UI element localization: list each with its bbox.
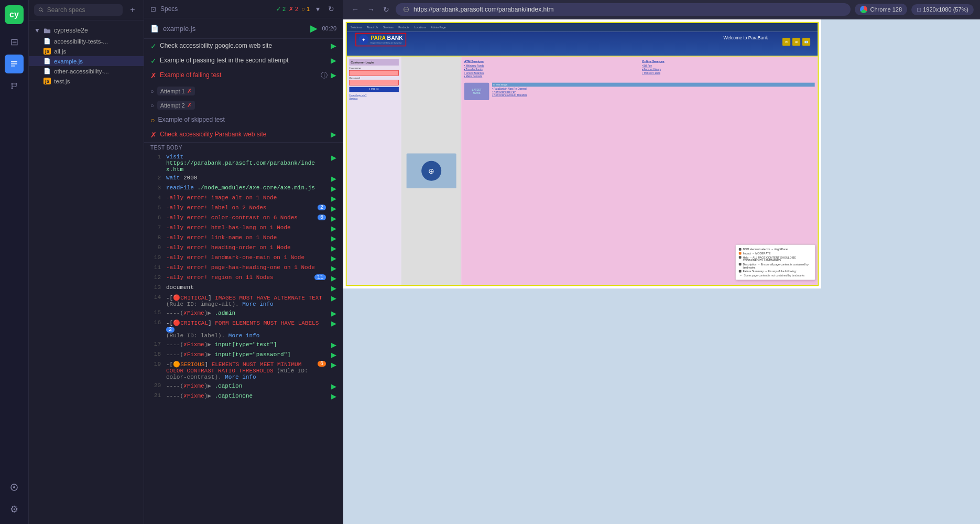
file-accessibility-tests[interactable]: 📄 accessibility-tests-... — [29, 36, 144, 46]
code-line-3[interactable]: 3 readFile ./node_modules/axe-core/axe.m… — [144, 184, 343, 194]
code-line-1[interactable]: 1 visit https://parabank.parasoft.com/pa… — [144, 153, 343, 174]
more-info-link-14[interactable]: More info — [242, 301, 273, 307]
line-run-button[interactable]: ▶ — [331, 319, 336, 327]
line-run-button[interactable]: ▶ — [331, 234, 336, 242]
attempt-section: ○ Attempt 1 ✗ ○ Attempt 2 ✗ — [144, 83, 343, 113]
code-line-11[interactable]: 11 -ally error! page-has-heading-one on … — [144, 263, 343, 273]
svg-point-7 — [13, 486, 15, 488]
sidebar-item-home[interactable]: ⊟ — [5, 33, 24, 51]
attempt2-close[interactable]: ✗ — [187, 102, 192, 109]
sidebar-item-integrations[interactable] — [5, 478, 24, 497]
line-run-button[interactable]: ▶ — [331, 351, 336, 359]
run-all-button[interactable]: ▶ — [310, 23, 318, 34]
line-run-button[interactable]: ▶ — [331, 309, 336, 317]
more-info-link-19[interactable]: More info — [225, 374, 256, 380]
code-line-4[interactable]: 4 -ally error! image-alt on 1 Node ▶ — [144, 194, 343, 204]
sidebar-item-branch[interactable] — [5, 77, 24, 95]
test-counts: ✓ 2 ✗ 2 ○ 1 — [276, 6, 310, 13]
line-run-button[interactable]: ▶ — [331, 274, 336, 282]
file-tree-body: ▼ cypress\e2e 📄 accessibility-tests-... … — [29, 20, 144, 524]
code-line-15[interactable]: 15 ----(✗Fixme)▶ .admin ▶ — [144, 308, 343, 318]
attempt1-close[interactable]: ✗ — [187, 88, 192, 94]
skip-count: ○ 1 — [301, 6, 310, 12]
code-line-13[interactable]: 13 document ▶ — [144, 283, 343, 293]
search-input[interactable] — [47, 6, 118, 14]
test-status-icon: ✗ — [150, 71, 157, 80]
code-line-9[interactable]: 9 -ally error! heading-order on 1 Node ▶ — [144, 243, 343, 253]
line-run-button[interactable]: ▶ — [331, 195, 336, 202]
line-run-button[interactable]: ▶ — [331, 244, 336, 252]
svg-rect-1 — [11, 63, 17, 65]
code-line-8[interactable]: 8 -ally error! link-name on 1 Node ▶ — [144, 233, 343, 243]
line-run-button[interactable]: ▶ — [331, 382, 336, 390]
code-line-10[interactable]: 10 -ally error! landmark-one-main on 1 N… — [144, 253, 343, 263]
test-status-icon: ○ — [150, 116, 155, 124]
svg-rect-0 — [11, 61, 17, 62]
line-run-button[interactable]: ▶ — [331, 264, 336, 272]
node-count-badge: 2 — [318, 205, 326, 210]
browser-forward-button[interactable]: → — [365, 3, 377, 16]
line-run-button[interactable]: ▶ — [331, 205, 336, 212]
line-run-button[interactable]: ▶ — [331, 215, 336, 222]
code-line-17[interactable]: 17 ----(✗Fixme)▶ input[type="text"] ▶ — [144, 340, 343, 350]
add-spec-button[interactable]: + — [127, 4, 138, 16]
line-run-button[interactable]: ▶ — [331, 294, 336, 302]
code-line-2[interactable]: 2 wait 2000 ▶ — [144, 174, 343, 184]
test-item-check-parabank[interactable]: ✗ Check accessibility Parabank web site … — [144, 127, 343, 142]
line-run-button[interactable]: ▶ — [331, 185, 336, 193]
test-run-button[interactable]: ▶ — [331, 130, 336, 138]
test-run-button[interactable]: ▶ — [331, 56, 336, 65]
test-item-passing-second-attempt[interactable]: ✓ Example of passing test in the second … — [144, 54, 343, 68]
code-line-6[interactable]: 6 -ally error! color-contrast on 6 Nodes… — [144, 213, 343, 223]
code-line-18[interactable]: 18 ----(✗Fixme)▶ input[type="password"] … — [144, 350, 343, 360]
collapse-button[interactable]: ▾ — [314, 4, 322, 14]
line-run-button[interactable]: ▶ — [331, 361, 336, 369]
test-item-failing[interactable]: ✗ Example of failing test ⓘ ▶ — [144, 68, 343, 83]
sidebar-item-specs[interactable] — [5, 55, 24, 73]
svg-point-8 — [39, 8, 42, 11]
code-line-5[interactable]: 5 -ally error! label on 2 Nodes 2 ▶ — [144, 204, 343, 213]
file-tree-header: + — [29, 0, 144, 20]
refresh-button[interactable]: ↻ — [326, 4, 336, 14]
line-run-button[interactable]: ▶ — [331, 224, 336, 232]
test-run-button[interactable]: ▶ — [331, 41, 336, 50]
file-example[interactable]: 📄 example.js — [29, 56, 144, 66]
code-line-7[interactable]: 7 -ally error! html-has-lang on 1 Node ▶ — [144, 223, 343, 233]
code-line-20[interactable]: 20 ----(✗Fixme)▶ .caption ▶ — [144, 381, 343, 391]
browser-back-button[interactable]: ← — [350, 3, 361, 16]
code-line-12[interactable]: 12 -ally error! region on 11 Nodes 11 ▶ — [144, 273, 343, 283]
file-all[interactable]: js all.js — [29, 46, 144, 56]
test-body-section: TEST BODY 1 visit https://parabank.paras… — [144, 142, 343, 401]
folder-cypress-e2e[interactable]: ▼ cypress\e2e — [29, 25, 144, 36]
test-item-check-google[interactable]: ✓ Check accessibility google.com web sit… — [144, 39, 343, 54]
line-run-button[interactable]: ▶ — [331, 154, 336, 162]
chrome-icon — [860, 6, 867, 13]
line-run-button[interactable]: ▶ — [331, 175, 336, 183]
attempt2-badge: Attempt 2 ✗ — [157, 101, 195, 110]
test-list: ✓ Check accessibility google.com web sit… — [144, 39, 343, 524]
line-run-button[interactable]: ▶ — [331, 284, 336, 292]
line-run-button[interactable]: ▶ — [331, 392, 336, 400]
code-line-16[interactable]: 16 -[🔴CRITICAL] FORM ELEMENTS MUST HAVE … — [144, 318, 343, 340]
code-line-14[interactable]: 14 -[🔴CRITICAL] IMAGES MUST HAVE ALTERNA… — [144, 293, 343, 308]
browser-refresh-button[interactable]: ↻ — [381, 3, 391, 16]
browser-url-bar[interactable]: https://parabank.parasoft.com/parabank/i… — [396, 3, 851, 16]
sidebar-item-settings[interactable]: ⚙ — [5, 500, 24, 519]
test-label: Example of failing test — [160, 71, 318, 80]
sidebar-icons: cy ⊟ ⚙ — [0, 0, 29, 524]
test-item-skipped[interactable]: ○ Example of skipped test — [144, 113, 343, 127]
app-logo: cy — [5, 5, 24, 24]
info-icon[interactable]: ⓘ — [321, 71, 328, 80]
file-tree-panel: + ▼ cypress\e2e 📄 accessibility-tests-..… — [29, 0, 144, 524]
file-test[interactable]: js test.js — [29, 76, 144, 86]
file-other-accessibility[interactable]: 📄 other-accessibility-... — [29, 66, 144, 76]
test-run-button[interactable]: ▶ — [331, 71, 336, 79]
search-container[interactable] — [34, 4, 123, 16]
more-info-link-16[interactable]: More info — [228, 333, 259, 339]
code-line-21[interactable]: 21 ----(✗Fixme)▶ .captionone ▶ — [144, 391, 343, 401]
line-run-button[interactable]: ▶ — [331, 341, 336, 349]
fail-count: ✗ 2 — [289, 6, 298, 13]
browser-viewport: Solutions About Us Services Products Loc… — [343, 19, 980, 524]
code-line-19[interactable]: 19 -[🟠SERIOUS] ELEMENTS MUST MEET MINIMU… — [144, 360, 343, 381]
line-run-button[interactable]: ▶ — [331, 254, 336, 262]
